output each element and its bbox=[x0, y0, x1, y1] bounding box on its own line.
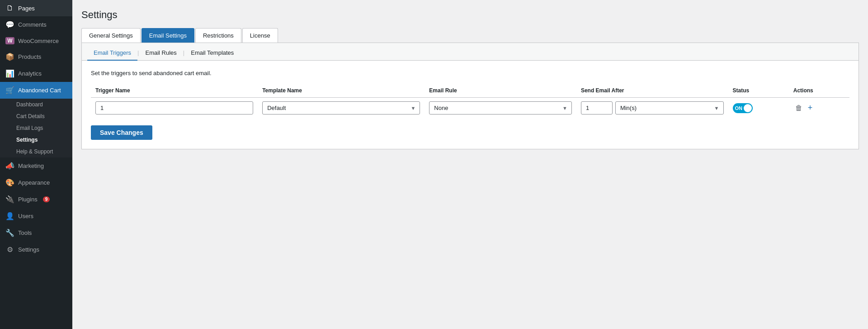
email-rule-select-wrap: None ▼ bbox=[429, 101, 572, 114]
sidebar-sub-menu: Dashboard Cart Details Email Logs Settin… bbox=[0, 99, 72, 157]
tab-license[interactable]: License bbox=[242, 28, 278, 43]
analytics-icon: 📊 bbox=[5, 69, 14, 78]
delete-button[interactable]: 🗑 bbox=[793, 102, 804, 114]
products-icon: 📦 bbox=[5, 52, 14, 61]
col-trigger-name: Trigger Name bbox=[91, 84, 258, 98]
sidebar-item-settings[interactable]: Settings bbox=[0, 134, 72, 146]
sidebar-item-comments[interactable]: 💬 Comments bbox=[0, 16, 72, 33]
appearance-icon: 🎨 bbox=[5, 178, 14, 187]
sub-tabs: Email Triggers | Email Rules | Email Tem… bbox=[81, 43, 859, 61]
sidebar: 🗋 Pages 💬 Comments W WooCommerce 📦 Produ… bbox=[0, 0, 72, 329]
actions-wrap: 🗑 + bbox=[793, 102, 845, 114]
email-rule-select[interactable]: None bbox=[429, 101, 572, 114]
main-tabs: General Settings Email Settings Restrict… bbox=[81, 28, 859, 43]
sidebar-item-products[interactable]: 📦 Products bbox=[0, 48, 72, 65]
sidebar-item-email-logs[interactable]: Email Logs bbox=[0, 122, 72, 134]
actions-cell: 🗑 + bbox=[789, 98, 849, 119]
sidebar-item-users[interactable]: 👤 Users bbox=[0, 208, 72, 224]
trigger-name-input[interactable] bbox=[95, 101, 253, 114]
sidebar-item-woocommerce[interactable]: W WooCommerce bbox=[0, 33, 72, 48]
status-toggle[interactable]: ON bbox=[733, 103, 753, 113]
tab-restrictions[interactable]: Restrictions bbox=[195, 28, 241, 43]
col-template-name: Template Name bbox=[258, 84, 425, 98]
description: Set the triggers to send abandoned cart … bbox=[91, 70, 849, 76]
send-email-after-cell: Min(s) Hour(s) Day(s) ▼ bbox=[576, 98, 728, 119]
status-cell: ON bbox=[728, 98, 789, 119]
table-row: Default ▼ None ▼ bbox=[91, 98, 849, 119]
send-after-value-input[interactable] bbox=[581, 101, 613, 114]
marketing-icon: 📣 bbox=[5, 162, 14, 170]
send-after-unit-select[interactable]: Min(s) Hour(s) Day(s) bbox=[615, 101, 724, 114]
col-status: Status bbox=[728, 84, 789, 98]
sidebar-item-tools[interactable]: 🔧 Tools bbox=[0, 224, 72, 241]
tab-email[interactable]: Email Settings bbox=[142, 28, 194, 43]
save-changes-button[interactable]: Save Changes bbox=[91, 125, 152, 140]
sidebar-item-dashboard[interactable]: Dashboard bbox=[0, 99, 72, 110]
tab-general[interactable]: General Settings bbox=[81, 28, 141, 43]
sidebar-item-plugins[interactable]: 🔌 Plugins 9 bbox=[0, 191, 72, 208]
sidebar-item-marketing[interactable]: 📣 Marketing bbox=[0, 157, 72, 174]
users-icon: 👤 bbox=[5, 212, 14, 220]
content-area: Set the triggers to send abandoned cart … bbox=[81, 61, 859, 149]
tab-email-triggers[interactable]: Email Triggers bbox=[87, 47, 137, 61]
sidebar-item-pages[interactable]: 🗋 Pages bbox=[0, 0, 72, 16]
add-button[interactable]: + bbox=[808, 103, 813, 113]
woocommerce-icon: W bbox=[5, 37, 14, 44]
toggle-on-label: ON bbox=[735, 105, 743, 111]
sidebar-item-help-support[interactable]: Help & Support bbox=[0, 146, 72, 157]
template-name-cell: Default ▼ bbox=[258, 98, 425, 119]
pages-icon: 🗋 bbox=[5, 4, 14, 12]
settings-wp-icon: ⚙ bbox=[5, 245, 14, 254]
trigger-name-cell bbox=[91, 98, 258, 119]
page-title: Settings bbox=[81, 9, 859, 21]
template-name-select[interactable]: Default bbox=[262, 101, 420, 114]
plugins-icon: 🔌 bbox=[5, 195, 14, 204]
abandoned-cart-icon: 🛒 bbox=[5, 86, 14, 95]
toggle-knob bbox=[744, 104, 752, 112]
sidebar-item-analytics[interactable]: 📊 Analytics bbox=[0, 65, 72, 82]
sidebar-item-abandoned-cart[interactable]: 🛒 Abandoned Cart bbox=[0, 82, 72, 99]
main-content: Settings General Settings Email Settings… bbox=[72, 0, 868, 329]
sidebar-item-appearance[interactable]: 🎨 Appearance bbox=[0, 174, 72, 191]
template-select-wrap: Default ▼ bbox=[262, 101, 420, 114]
tab-email-rules[interactable]: Email Rules bbox=[139, 47, 183, 61]
plugins-badge: 9 bbox=[43, 196, 50, 202]
comments-icon: 💬 bbox=[5, 20, 14, 29]
sidebar-item-settings-wp[interactable]: ⚙ Settings bbox=[0, 241, 72, 258]
col-actions: Actions bbox=[789, 84, 849, 98]
trigger-table: Trigger Name Template Name Email Rule Se… bbox=[91, 84, 849, 118]
email-rule-cell: None ▼ bbox=[425, 98, 576, 119]
col-email-rule: Email Rule bbox=[425, 84, 576, 98]
tools-icon: 🔧 bbox=[5, 229, 14, 237]
col-send-email-after: Send Email After bbox=[576, 84, 728, 98]
send-after-unit-wrap: Min(s) Hour(s) Day(s) ▼ bbox=[615, 101, 724, 114]
sidebar-item-cart-details[interactable]: Cart Details bbox=[0, 110, 72, 122]
status-toggle-wrap: ON bbox=[733, 103, 784, 113]
tab-email-templates[interactable]: Email Templates bbox=[184, 47, 240, 61]
